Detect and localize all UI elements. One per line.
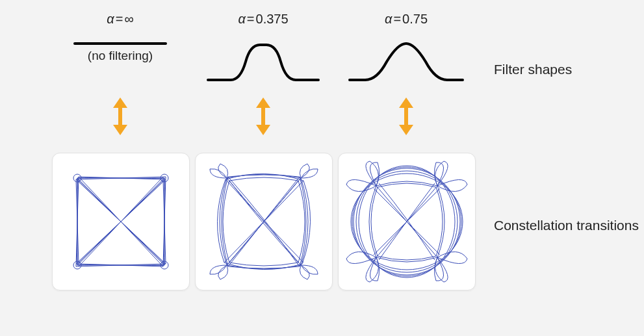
filter-shape-0375	[195, 36, 331, 84]
alpha-label-075: α=0.75	[338, 12, 474, 27]
alpha-value: 0.375	[256, 12, 289, 26]
constellation-transitions-label: Constellation transitions	[494, 218, 639, 233]
filter-shape-075	[338, 36, 474, 84]
alpha-label-inf: α=∞	[52, 12, 188, 27]
constellation-0375	[195, 153, 333, 291]
alpha-value: 0.75	[402, 12, 428, 26]
alpha-symbol: α	[385, 12, 392, 26]
double-arrow-icon	[112, 97, 129, 135]
alpha-label-0375: α=0.375	[195, 12, 331, 27]
nofilter-label: (no filtering)	[52, 49, 188, 63]
constellation-075	[338, 153, 476, 291]
alpha-symbol: α	[238, 12, 245, 26]
constellation-inf	[52, 153, 190, 291]
alpha-value: ∞	[124, 12, 133, 26]
equals-sign: =	[246, 12, 256, 26]
double-arrow-icon	[398, 97, 415, 135]
equals-sign: =	[392, 12, 402, 26]
double-arrow-icon	[255, 97, 272, 135]
filter-shapes-label: Filter shapes	[494, 62, 572, 77]
alpha-symbol: α	[107, 12, 114, 26]
equals-sign: =	[114, 12, 125, 26]
